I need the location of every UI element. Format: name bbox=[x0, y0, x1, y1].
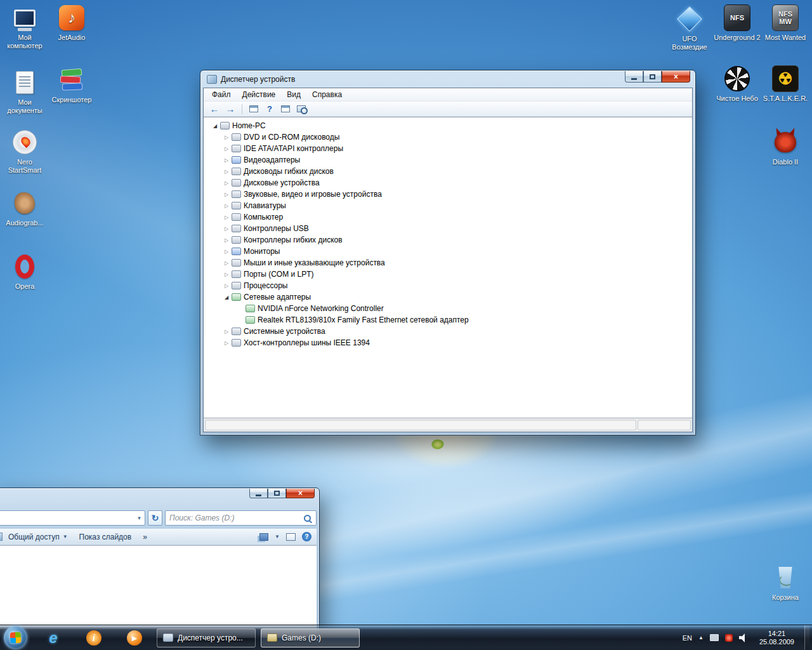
expander-icon[interactable] bbox=[223, 340, 230, 346]
desktop-icon-nfs-mostwanted[interactable]: NFS MW Most Wanted bbox=[761, 4, 809, 42]
back-icon[interactable]: ← bbox=[207, 103, 221, 114]
tree-item[interactable]: Видеоадаптеры bbox=[204, 154, 692, 166]
info-app-icon[interactable]: i bbox=[84, 628, 103, 647]
tree-item[interactable]: Дисковые устройства bbox=[204, 177, 692, 189]
expander-icon[interactable] bbox=[223, 180, 230, 186]
desktop-icon-screenshoter[interactable]: Скриншотер bbox=[48, 66, 96, 104]
address-bar[interactable]: ▼ bbox=[0, 510, 145, 526]
icon-label: Audiograb... bbox=[1, 219, 49, 227]
expander-icon[interactable] bbox=[223, 260, 230, 266]
language-indicator[interactable]: EN bbox=[683, 634, 692, 642]
tree-item[interactable]: Дисководы гибких дисков bbox=[204, 166, 692, 177]
desktop-icon-opera[interactable]: Opera bbox=[1, 253, 49, 291]
menu-file[interactable]: Файл bbox=[206, 89, 237, 100]
expander-icon[interactable] bbox=[223, 215, 230, 220]
desktop-icon-my-computer[interactable]: Мой компьютер bbox=[1, 4, 49, 50]
tree-item[interactable]: IDE ATA/ATAPI контроллеры bbox=[204, 143, 692, 154]
properties-icon[interactable] bbox=[278, 103, 292, 115]
tree-item[interactable]: Мыши и иные указывающие устройства bbox=[204, 257, 692, 269]
usb-controller-icon bbox=[232, 225, 241, 232]
close-button[interactable]: × bbox=[286, 489, 315, 498]
expander-icon[interactable] bbox=[223, 283, 230, 289]
tree-item-realtek[interactable]: Realtek RTL8139/810x Family Fast Etherne… bbox=[204, 314, 692, 326]
device-manager-icon bbox=[163, 633, 173, 642]
expander-icon[interactable] bbox=[223, 192, 230, 197]
desktop-icon-ufo[interactable]: UFO Возмездие bbox=[665, 5, 714, 51]
tree-item[interactable]: Процессоры bbox=[204, 280, 692, 291]
search-icon[interactable] bbox=[304, 515, 311, 522]
tree-item-nvidia-nforce[interactable]: NVIDIA nForce Networking Controller bbox=[204, 303, 692, 314]
start-button[interactable] bbox=[4, 626, 27, 649]
tree-item[interactable]: Хост-контроллеры шины IEEE 1394 bbox=[204, 337, 692, 348]
expander-icon[interactable] bbox=[211, 123, 219, 129]
tree-item[interactable]: Контроллеры гибких дисков bbox=[204, 234, 692, 246]
help-icon[interactable]: ? bbox=[263, 103, 277, 115]
maximize-button[interactable] bbox=[643, 71, 662, 83]
maximize-button[interactable] bbox=[268, 489, 286, 498]
desktop-icon-recycle-bin[interactable]: Корзина bbox=[761, 564, 809, 602]
tree-item-network-adapters[interactable]: Сетевые адаптеры bbox=[204, 291, 692, 303]
expander-icon[interactable] bbox=[223, 203, 230, 209]
volume-icon[interactable] bbox=[739, 633, 749, 642]
menu-help[interactable]: Справка bbox=[306, 89, 348, 100]
preview-pane-icon[interactable] bbox=[286, 533, 296, 541]
expander-icon[interactable] bbox=[223, 157, 230, 163]
desktop-icon-audiograb[interactable]: Audiograb... bbox=[1, 189, 49, 227]
expander-icon[interactable] bbox=[223, 295, 230, 300]
change-view-icon[interactable] bbox=[259, 533, 268, 541]
network-icon[interactable] bbox=[710, 634, 719, 641]
show-desktop-button[interactable] bbox=[804, 625, 809, 650]
share-button[interactable]: Общий доступ ▼ bbox=[3, 529, 74, 545]
expander-icon[interactable] bbox=[223, 226, 230, 232]
expander-icon[interactable] bbox=[223, 272, 230, 277]
tree-item[interactable]: Компьютер bbox=[204, 211, 692, 223]
taskbar-button-games[interactable]: Games (D:) bbox=[261, 628, 360, 647]
close-button[interactable]: × bbox=[662, 71, 690, 83]
tree-item-root[interactable]: Home-PC bbox=[204, 120, 692, 131]
minimize-button[interactable] bbox=[249, 489, 268, 498]
tree-item[interactable]: Мониторы bbox=[204, 246, 692, 257]
search-input[interactable]: Поиск: Games (D:) bbox=[165, 510, 317, 526]
processor-icon bbox=[232, 282, 241, 289]
clock[interactable]: 14:21 25.08.2009 bbox=[756, 630, 798, 646]
forward-icon[interactable]: → bbox=[223, 103, 237, 114]
desktop-icon-diablo2[interactable]: Diablo II bbox=[761, 128, 809, 166]
status-cell bbox=[638, 420, 691, 430]
expander-icon[interactable] bbox=[223, 169, 230, 175]
desktop-icon-my-documents[interactable]: Мои документы bbox=[1, 69, 49, 115]
desktop-icon-stalker[interactable]: ☢ S.T.A.L.K.E.R. bbox=[761, 65, 809, 103]
expander-icon[interactable] bbox=[223, 135, 230, 140]
console-window-icon[interactable] bbox=[247, 103, 261, 115]
internet-explorer-icon[interactable]: e bbox=[44, 628, 63, 647]
desktop-icon-clear-sky[interactable]: Чистое Небо bbox=[713, 65, 761, 103]
tree-item[interactable]: Клавиатуры bbox=[204, 200, 692, 211]
expander-icon[interactable] bbox=[223, 329, 230, 335]
search-placeholder: Поиск: Games (D:) bbox=[169, 514, 304, 522]
slideshow-button[interactable]: Показ слайдов bbox=[74, 529, 138, 545]
minimize-button[interactable] bbox=[625, 71, 643, 83]
show-hidden-icons-button[interactable]: ▲ bbox=[698, 635, 704, 640]
tree-item[interactable]: Порты (COM и LPT) bbox=[204, 269, 692, 280]
tree-item[interactable]: Системные устройства bbox=[204, 326, 692, 337]
menu-view[interactable]: Вид bbox=[281, 89, 306, 100]
more-commands-button[interactable]: » bbox=[137, 529, 153, 545]
expander-icon[interactable] bbox=[223, 146, 230, 152]
desktop-icon-jetaudio[interactable]: ♪ JetAudio bbox=[48, 4, 96, 42]
desktop-icon-nero[interactable]: Nero StartSmart bbox=[1, 128, 49, 175]
desktop-icon-nfs-underground2[interactable]: NFS Underground 2 bbox=[713, 4, 761, 42]
chevron-down-icon[interactable]: ▼ bbox=[134, 515, 145, 521]
scan-hardware-icon[interactable] bbox=[294, 103, 308, 115]
taskbar-button-device-manager[interactable]: Диспетчер устро... bbox=[157, 628, 256, 647]
expander-icon[interactable] bbox=[223, 237, 230, 243]
red-status-icon[interactable] bbox=[725, 634, 733, 642]
title-bar[interactable]: Диспетчер устройств bbox=[200, 70, 695, 88]
help-icon[interactable]: ? bbox=[302, 532, 311, 541]
tree-item[interactable]: Звуковые, видео и игровые устройства bbox=[204, 189, 692, 200]
tree-item[interactable]: Контроллеры USB bbox=[204, 223, 692, 234]
expander-icon[interactable] bbox=[223, 249, 230, 255]
refresh-button[interactable]: ↻ bbox=[148, 510, 162, 526]
media-player-icon[interactable]: ▶ bbox=[125, 628, 144, 647]
tree-item[interactable]: DVD и CD-ROM дисководы bbox=[204, 131, 692, 143]
menu-action[interactable]: Действие bbox=[237, 89, 282, 100]
chevron-down-icon[interactable]: ▼ bbox=[275, 534, 280, 540]
